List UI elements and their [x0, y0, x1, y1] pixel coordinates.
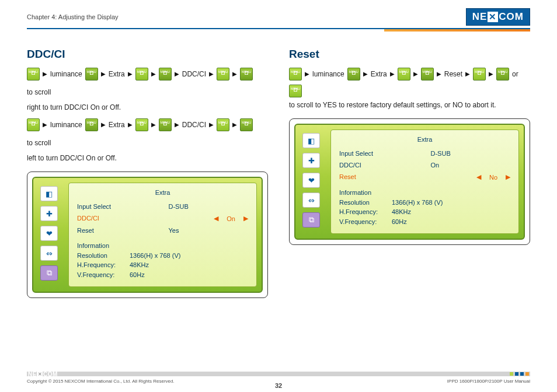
seq-desc-reset: to scroll to YES to restore factory defa… [289, 101, 530, 109]
osd-tab-title: Extra [77, 189, 248, 196]
menu-button-icon: ◘MENU [135, 68, 148, 80]
info-block: Information Resolution1366(H) x 768 (V) … [77, 241, 248, 279]
seq-desc-2: left to turn DDC/CI On or Off. [27, 154, 268, 162]
menu-button-icon: ◘MENU [159, 68, 172, 80]
x-icon: ✕ [37, 371, 43, 377]
arrow-icon: ▶ [390, 66, 395, 82]
nav-sequence-1: ◘MENU ▶ luminance ◘MENU ▶ Extra ▶ ◘MENU … [27, 66, 268, 100]
page-header: Chapter 4: Adjusting the Display NE✕COM [27, 0, 530, 26]
arrow-icon: ▶ [437, 66, 441, 82]
chapter-title: Chapter 4: Adjusting the Display [27, 13, 119, 20]
osd-panel-reset: ◧ ✚ ❤ ⇔ ⧉ Extra Input Select D-SUB DDC/C… [289, 118, 530, 245]
arrow-icon: ▶ [101, 66, 106, 82]
menu-button-icon: ◘MENU [27, 118, 40, 131]
row-reset-selected[interactable]: Reset ◀ No ▶ [339, 171, 510, 183]
menu-button-icon: ◘MENU [27, 68, 40, 80]
extra-icon[interactable]: ⧉ [302, 212, 320, 228]
left-arrow-icon[interactable]: ◀ [214, 215, 218, 222]
menu-button-icon: ◘MENU [289, 85, 302, 97]
nav-sequence-2: ◘MENU ▶ luminance ◘MENU ▶ Extra ▶ ◘MENU … [27, 117, 268, 150]
arrow-icon: ▶ [43, 117, 47, 132]
row-ddcci-selected[interactable]: DDC/CI ◀ On ▶ [77, 212, 248, 225]
arrow-icon: ▶ [175, 117, 179, 132]
menu-button-icon: ◘MENU [85, 68, 98, 80]
osd-setup-icon[interactable]: ⇔ [40, 246, 58, 261]
arrow-icon: ▶ [232, 117, 237, 132]
page-number: 32 [27, 382, 530, 389]
left-arrow-icon[interactable]: ◀ [476, 173, 481, 181]
menu-button-icon: ◘MENU [240, 118, 253, 131]
menu-button-icon: ◘MENU [159, 118, 172, 131]
arrow-icon: ▶ [363, 66, 368, 82]
arrow-icon: ▶ [128, 117, 133, 132]
x-icon: ✕ [488, 12, 498, 22]
right-arrow-icon[interactable]: ▶ [506, 173, 510, 181]
menu-button-icon: ◘MENU [496, 68, 509, 80]
section-title-ddcci: DDC/CI [27, 48, 268, 61]
arrow-icon: ▶ [489, 66, 493, 82]
header-accent [27, 29, 530, 32]
color-icon[interactable]: ❤ [302, 173, 320, 188]
arrow-icon: ▶ [43, 66, 47, 82]
right-arrow-icon[interactable]: ▶ [243, 215, 248, 222]
extra-icon[interactable]: ⧉ [40, 265, 58, 281]
arrow-icon: ▶ [209, 66, 214, 82]
arrow-icon: ▶ [175, 66, 179, 82]
arrow-icon: ▶ [151, 117, 156, 132]
osd-content: Extra Input Select D-SUB DDC/CI On Reset… [330, 130, 519, 234]
info-block: Information Resolution1366(H) x 768 (V) … [339, 188, 510, 226]
seq-desc-1: right to turn DDC/CI On or Off. [27, 103, 268, 111]
luminance-icon[interactable]: ◧ [40, 186, 58, 201]
osd-tab-title: Extra [339, 136, 510, 143]
row-input-select: Input Select D-SUB [77, 201, 248, 212]
osd-sidebar: ◧ ✚ ❤ ⇔ ⧉ [38, 183, 68, 287]
menu-button-icon: ◘MENU [217, 118, 229, 131]
menu-button-icon: ◘MENU [85, 118, 98, 131]
menu-button-icon: ◘MENU [240, 68, 253, 80]
luminance-icon[interactable]: ◧ [302, 133, 320, 148]
row-input-select: Input Select D-SUB [339, 148, 510, 159]
menu-button-icon: ◘MENU [473, 68, 486, 80]
right-column: Reset ◘MENU ▶ luminance ◘MENU ▶ Extra ▶ … [289, 48, 530, 298]
arrow-icon: ▶ [128, 66, 133, 82]
section-title-reset: Reset [289, 48, 530, 61]
page-footer: NE✕COM 32 Copyright © 2015 NEXCOM Intern… [27, 372, 530, 384]
arrow-icon: ▶ [232, 66, 237, 82]
image-setup-icon[interactable]: ✚ [40, 206, 58, 221]
osd-sidebar: ◧ ✚ ❤ ⇔ ⧉ [300, 130, 330, 234]
arrow-icon: ▶ [209, 117, 214, 132]
menu-button-icon: ◘MENU [398, 68, 410, 80]
arrow-icon: ▶ [413, 66, 418, 82]
osd-setup-icon[interactable]: ⇔ [302, 192, 320, 208]
row-reset: Reset Yes [77, 225, 248, 236]
color-icon[interactable]: ❤ [40, 226, 58, 241]
menu-button-icon: ◘MENU [135, 118, 148, 131]
left-column: DDC/CI ◘MENU ▶ luminance ◘MENU ▶ Extra ▶… [27, 48, 268, 298]
brand-logo: NE✕COM [466, 8, 530, 26]
arrow-icon: ▶ [465, 66, 470, 82]
arrow-icon: ▶ [101, 117, 106, 132]
footer-logo: NE✕COM [28, 371, 58, 377]
menu-button-icon: ◘MENU [217, 68, 229, 80]
arrow-icon: ▶ [151, 66, 156, 82]
nav-sequence-reset: ◘MENU ▶ luminance ◘MENU ▶ Extra ▶ ◘MENU … [289, 66, 530, 97]
row-ddcci: DDC/CI On [339, 159, 510, 171]
arrow-icon: ▶ [305, 66, 309, 82]
menu-button-icon: ◘MENU [347, 68, 360, 80]
footer-squares [510, 372, 529, 376]
menu-button-icon: ◘MENU [289, 68, 302, 80]
image-setup-icon[interactable]: ✚ [302, 153, 320, 168]
osd-panel-ddcci: ◧ ✚ ❤ ⇔ ⧉ Extra Input Select D-SUB DDC/C… [27, 172, 268, 298]
osd-content: Extra Input Select D-SUB DDC/CI ◀ On ▶ R… [68, 183, 257, 287]
menu-button-icon: ◘MENU [421, 68, 434, 80]
